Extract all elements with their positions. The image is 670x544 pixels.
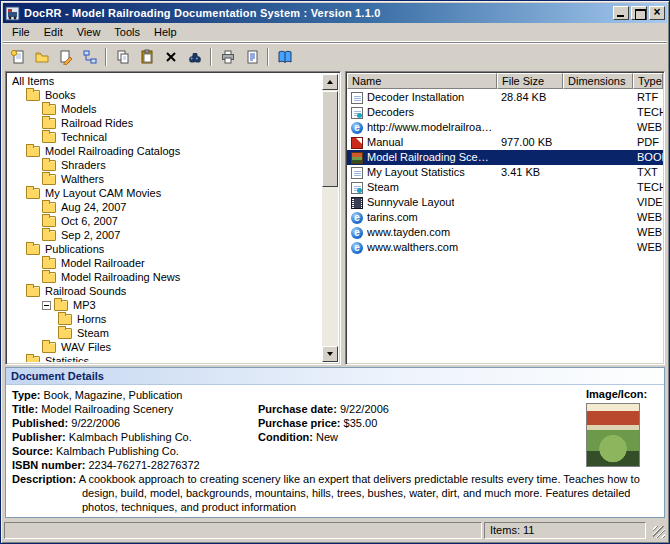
cell-size (497, 225, 563, 240)
column-header-type[interactable]: Type (633, 73, 663, 89)
report-icon[interactable] (240, 46, 263, 68)
tree-item[interactable]: MP3 (8, 298, 322, 312)
list-row[interactable]: DecodersTECH (347, 105, 663, 120)
tree-item[interactable]: Statistics (8, 354, 322, 362)
copy-icon[interactable] (111, 46, 134, 68)
cell-name: www.tayden.com (347, 225, 497, 240)
list-row[interactable]: www.tayden.comWEB (347, 225, 663, 240)
menu-view[interactable]: View (70, 24, 108, 40)
menu-file[interactable]: File (5, 24, 37, 40)
cell-type: BOOK (633, 150, 663, 165)
tree-item[interactable]: Walthers (8, 172, 322, 186)
tree-item[interactable]: Shraders (8, 158, 322, 172)
cell-dims (563, 165, 633, 180)
tree-item[interactable]: My Layout CAM Movies (8, 186, 322, 200)
tree-item-label: Books (43, 88, 78, 102)
details-fields-mid: Purchase date: 9/22/2006Purchase price: … (258, 402, 389, 444)
tree-item-label: WAV Files (59, 340, 113, 354)
minimize-button[interactable] (613, 6, 629, 20)
tree-item-label: Steam (75, 326, 111, 340)
column-header-file-size[interactable]: File Size (497, 73, 563, 89)
cell-type: PDF (633, 135, 663, 150)
tree-item[interactable]: Model Railroading News (8, 270, 322, 284)
tree-item[interactable]: Railroad Rides (8, 116, 322, 130)
cell-dims (563, 135, 633, 150)
folder-icon (42, 160, 56, 171)
cell-size (497, 240, 563, 255)
tree-item[interactable]: Model Railroader (8, 256, 322, 270)
items-count: Items: 11 (490, 524, 534, 536)
scroll-down-button[interactable] (322, 346, 338, 362)
menu-help[interactable]: Help (147, 24, 184, 40)
tree-item[interactable]: Technical (8, 130, 322, 144)
main-area: All ItemsBooksModelsRailroad RidesTechni… (3, 70, 667, 367)
list-row[interactable]: Sunnyvale LayoutVIDEO (347, 195, 663, 210)
tree-scrollbar[interactable] (322, 74, 338, 362)
print-icon[interactable] (216, 46, 239, 68)
new-item-icon[interactable] (6, 46, 29, 68)
help-icon[interactable] (273, 46, 296, 68)
cell-name: Steam (347, 180, 497, 195)
organize-icon[interactable] (78, 46, 101, 68)
cell-size (497, 120, 563, 135)
scroll-thumb[interactable] (322, 91, 338, 187)
list-row[interactable]: My Layout Statistics3.41 KBTXT (347, 165, 663, 180)
edit-item-icon[interactable] (54, 46, 77, 68)
resize-grip[interactable] (648, 522, 666, 539)
cell-name: tarins.com (347, 210, 497, 225)
column-header-dimensions[interactable]: Dimensions (563, 73, 633, 89)
collapse-icon[interactable] (42, 301, 51, 310)
app-icon (5, 6, 20, 21)
list-row[interactable]: SteamTECH (347, 180, 663, 195)
menu-edit[interactable]: Edit (37, 24, 70, 40)
file-name: www.tayden.com (367, 225, 450, 240)
tree-item-label: Model Railroader (59, 256, 147, 270)
tree-item[interactable]: Books (8, 88, 322, 102)
tree-item[interactable]: Railroad Sounds (8, 284, 322, 298)
book-file-icon (351, 152, 363, 164)
status-bar: Items: 11 (3, 519, 667, 541)
list-row[interactable]: tarins.comWEB (347, 210, 663, 225)
file-name: http://www.modelrailroadne... (367, 120, 493, 135)
list-rows: Decoder Installation28.84 KBRTFDecodersT… (347, 90, 663, 364)
detail-field: Type: Book, Magazine, Publication (12, 388, 658, 402)
tree-item[interactable]: WAV Files (8, 340, 322, 354)
tree-root-all-items[interactable]: All Items (8, 74, 322, 88)
list-row[interactable]: Model Railroading SceneryBOOK (347, 150, 663, 165)
find-icon[interactable] (183, 46, 206, 68)
new-folder-icon[interactable] (30, 46, 53, 68)
tree-item[interactable]: Steam (8, 326, 322, 340)
close-button[interactable] (649, 6, 665, 20)
tree-item[interactable]: Aug 24, 2007 (8, 200, 322, 214)
window-title: DocRR - Model Railroading Documentation … (24, 7, 609, 19)
tree-item[interactable]: Publications (8, 242, 322, 256)
list-row[interactable]: http://www.modelrailroadne...WEB (347, 120, 663, 135)
tree-item[interactable]: Horns (8, 312, 322, 326)
menu-tools[interactable]: Tools (107, 24, 147, 40)
list-row[interactable]: Manual977.00 KBPDF (347, 135, 663, 150)
maximize-button[interactable] (631, 6, 647, 20)
list-row[interactable]: Decoder Installation28.84 KBRTF (347, 90, 663, 105)
details-header: Document Details (6, 368, 664, 385)
delete-icon[interactable] (159, 46, 182, 68)
scroll-up-button[interactable] (322, 74, 338, 90)
list-row[interactable]: www.walthers.comWEB (347, 240, 663, 255)
cell-size (497, 180, 563, 195)
description-label: Description: (12, 473, 76, 485)
tree-item-label: Technical (59, 130, 109, 144)
file-name: Decoders (367, 105, 414, 120)
web-file-icon (351, 227, 363, 239)
arrow-up-icon (327, 77, 333, 84)
tree-item-label: Model Railroading News (59, 270, 182, 284)
tree-item[interactable]: Sep 2, 2007 (8, 228, 322, 242)
tree-item[interactable]: Oct 6, 2007 (8, 214, 322, 228)
column-header-name[interactable]: Name (347, 73, 497, 89)
folder-icon (26, 286, 40, 297)
cell-name: Sunnyvale Layout (347, 195, 497, 210)
tree-item[interactable]: Models (8, 102, 322, 116)
paste-icon[interactable] (135, 46, 158, 68)
folder-icon (42, 118, 56, 129)
tree-item-label: Models (59, 102, 98, 116)
details-body: Type: Book, Magazine, PublicationTitle: … (6, 385, 664, 517)
tree-item[interactable]: Model Railroading Catalogs (8, 144, 322, 158)
